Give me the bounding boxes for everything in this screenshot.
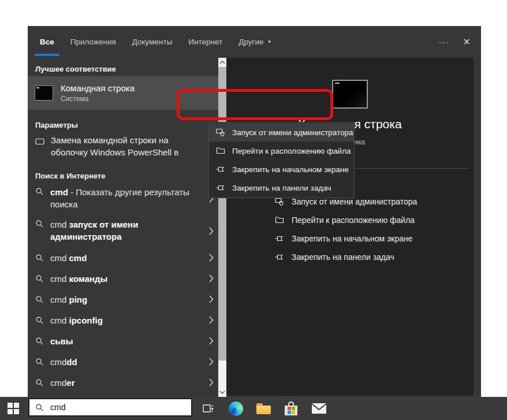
file-explorer-button[interactable]	[249, 397, 277, 420]
suggestion-text: cmddd	[50, 356, 191, 368]
suggestion-part: запуск от имени	[69, 220, 139, 229]
results-column: Лучшее соответствие Командная строка Сис…	[28, 58, 218, 397]
store-button[interactable]	[277, 397, 305, 420]
search-suggestion-row[interactable]: cmddd	[28, 351, 218, 372]
search-suggestion-row[interactable]: cmd команды	[28, 268, 218, 289]
tab-others[interactable]: Другие▼	[238, 26, 271, 58]
settings-item-line: Замена командной строки на	[51, 134, 178, 146]
suggestion-line: поиска	[50, 198, 191, 210]
suggestion-line: cmddd	[50, 356, 191, 368]
preview-action-pin-to-taskbar[interactable]: Закрепить на панели задач	[226, 248, 474, 266]
suggestion-line: cmder	[50, 377, 191, 389]
suggestion-part: cmd	[50, 315, 69, 325]
desktop: ВсеПриложенияДокументыИнтернетДругие▼ ··…	[0, 0, 507, 420]
preview-action-label: Закрепить на панели задач	[292, 252, 394, 262]
scrollbar-down-icon[interactable]	[218, 388, 226, 397]
chevron-right-icon	[209, 254, 214, 262]
suggestion-part: cmd	[50, 378, 66, 388]
search-icon	[35, 187, 44, 196]
tab-web[interactable]: Интернет	[188, 26, 222, 58]
cmd-app-icon	[35, 86, 53, 101]
suggestion-line: cmd - Показать другие результаты	[50, 186, 191, 198]
scrollbar[interactable]	[218, 58, 226, 397]
suggestion-part: cmd	[69, 253, 87, 263]
context-menu-item-pin-to-taskbar[interactable]: Закрепить на панели задач	[209, 179, 354, 197]
suggestion-text: cmd cmd	[50, 252, 191, 264]
suggestion-part: команды	[69, 274, 108, 284]
taskbar-icons	[194, 397, 333, 420]
settings-result-item[interactable]: Замена командной строки на оболочку Wind…	[28, 134, 211, 158]
suggestion-line: cmd ipconfig	[50, 314, 191, 326]
edge-button[interactable]	[222, 397, 249, 420]
scrollbar-up-icon[interactable]	[218, 58, 226, 67]
web-suggestions-list: cmd - Показать другие результатыпоискаcm…	[28, 183, 218, 393]
tab-apps[interactable]: Приложения	[70, 26, 116, 58]
search-suggestion-row[interactable]: cmd ping	[28, 289, 218, 310]
mail-icon	[312, 403, 326, 414]
search-icon	[35, 274, 44, 283]
best-match-item[interactable]: Командная строка Система	[28, 76, 218, 110]
search-suggestion-row[interactable]: сьвы	[28, 330, 218, 351]
suggestion-part: - Показать другие результаты	[68, 187, 189, 197]
monitor-icon	[35, 137, 44, 146]
tab-documents[interactable]: Документы	[132, 26, 173, 58]
search-icon	[35, 403, 44, 412]
suggestion-text: cmd ipconfig	[50, 314, 191, 326]
search-icon	[35, 358, 44, 366]
suggestion-text: сьвы	[50, 335, 191, 347]
search-suggestion-row[interactable]: cmd cmd	[28, 247, 218, 268]
suggestion-line: cmd ping	[50, 293, 191, 306]
best-match-subtitle: Система	[61, 95, 135, 103]
search-icon	[35, 254, 44, 262]
suggestion-part: ipconfig	[69, 315, 103, 325]
start-search-flyout: ВсеПриложенияДокументыИнтернетДругие▼ ··…	[28, 26, 481, 397]
taskbar-search-box[interactable]	[28, 398, 192, 417]
suggestion-text: cmd запуск от имениадминистратора	[50, 218, 191, 243]
start-button[interactable]	[0, 397, 27, 420]
chevron-down-icon: ▼	[267, 39, 271, 44]
preview-action-open-file-location[interactable]: Перейти к расположению файла	[226, 211, 474, 229]
suggestion-line: сьвы	[50, 335, 191, 347]
task-view-icon	[202, 403, 214, 414]
best-match-title: Командная строка	[61, 83, 135, 93]
context-menu-item-label: Закрепить на начальном экране	[232, 165, 349, 174]
context-menu-item-open-file-location[interactable]: Перейти к расположению файла	[209, 142, 354, 160]
settings-item-line: оболочку Windows PowerShell в	[51, 146, 178, 158]
more-options-icon[interactable]: ···	[439, 38, 449, 46]
chevron-right-icon	[209, 227, 214, 235]
file-location-icon	[216, 146, 225, 155]
scrollbar-thumb[interactable]	[218, 67, 226, 360]
task-view-button[interactable]	[194, 397, 222, 420]
close-icon[interactable]: ✕	[463, 38, 471, 47]
search-suggestion-row[interactable]: cmd - Показать другие результатыпоиска	[28, 183, 218, 215]
edge-icon	[229, 402, 243, 416]
tab-label: Интернет	[188, 38, 222, 46]
search-icon	[35, 295, 44, 304]
suggestion-part: ping	[69, 295, 88, 304]
suggestion-part: поиска	[50, 199, 78, 209]
store-icon	[285, 402, 297, 415]
search-filter-tabs: ВсеПриложенияДокументыИнтернетДругие▼	[28, 26, 481, 58]
suggestion-text: cmd ping	[50, 293, 191, 306]
admin-shield-icon	[275, 197, 284, 206]
suggestion-part: cmd	[50, 274, 69, 284]
search-suggestion-row[interactable]: cmder	[28, 372, 218, 393]
window-controls: ··· ✕	[439, 26, 471, 58]
mail-button[interactable]	[305, 397, 333, 420]
chevron-right-icon	[209, 274, 214, 283]
search-suggestion-row[interactable]: cmd ipconfig	[28, 310, 218, 330]
suggestion-part: dd	[66, 357, 77, 367]
context-menu-item-run-as-admin[interactable]: Запуск от имени администратора	[209, 123, 354, 142]
tab-all[interactable]: Все	[40, 26, 54, 58]
windows-logo-icon	[8, 403, 19, 414]
search-input[interactable]	[49, 402, 185, 412]
preview-action-label: Перейти к расположению файла	[292, 215, 415, 225]
preview-action-pin-to-start[interactable]: Закрепить на начальном экране	[226, 229, 474, 248]
suggestion-part: cmd	[50, 357, 66, 367]
suggestion-line: cmd cmd	[50, 252, 191, 264]
preview-action-label: Запуск от имени администратора	[292, 197, 417, 206]
suggestion-part: сьвы	[50, 336, 73, 346]
context-menu-item-pin-to-start[interactable]: Закрепить на начальном экране	[209, 160, 354, 179]
search-suggestion-row[interactable]: cmd запуск от имениадминистратора	[28, 215, 218, 247]
suggestion-part: cmd	[50, 295, 69, 304]
